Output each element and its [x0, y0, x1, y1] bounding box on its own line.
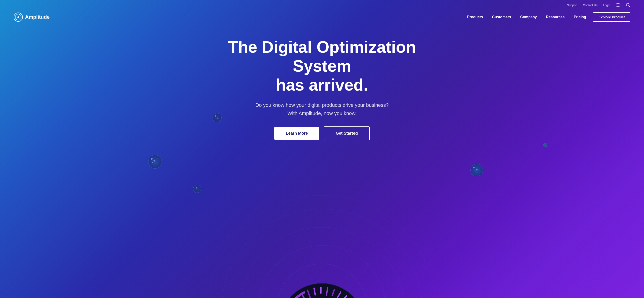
svg-rect-19 [331, 289, 335, 296]
page-wrapper: Support Contact Us Login [0, 0, 644, 298]
nav-item-resources[interactable]: Resources [546, 15, 565, 19]
svg-point-3 [222, 209, 422, 298]
hero-title: The Digital Optimization System has arri… [220, 38, 424, 94]
svg-point-5 [279, 283, 365, 298]
logo-icon: A [14, 13, 23, 22]
search-icon[interactable] [626, 3, 630, 7]
explore-product-button[interactable]: Explore Product [593, 12, 630, 22]
svg-rect-15 [307, 289, 311, 298]
support-link[interactable]: Support [567, 4, 578, 7]
floating-dot-4 [470, 164, 483, 176]
contact-us-link[interactable]: Contact Us [583, 4, 598, 7]
header: Support Contact Us Login [0, 0, 644, 24]
learn-more-button[interactable]: Learn More [274, 127, 319, 140]
svg-rect-14 [300, 292, 305, 298]
nav-item-products[interactable]: Products [467, 15, 483, 19]
main-nav: A Amplitude Products Customers Company R… [0, 10, 644, 24]
svg-text:A: A [17, 15, 20, 19]
svg-point-0 [276, 264, 368, 298]
background-arcs [208, 150, 436, 298]
nav-item-customers[interactable]: Customers [492, 15, 511, 19]
hero-subtitle: Do you know how your digital products dr… [242, 101, 402, 117]
nav-item-pricing[interactable]: Pricing [574, 15, 586, 19]
svg-rect-17 [320, 287, 322, 294]
top-utility-bar: Support Contact Us Login [0, 0, 644, 10]
svg-rect-20 [336, 291, 342, 298]
brand-name: Amplitude [25, 14, 50, 20]
login-link[interactable]: Login [603, 4, 610, 7]
hero-buttons: Learn More Get Started [4, 126, 640, 140]
svg-point-1 [258, 245, 386, 298]
svg-rect-13 [295, 296, 302, 298]
svg-rect-18 [326, 287, 328, 296]
svg-point-4 [208, 195, 436, 298]
get-started-button[interactable]: Get Started [324, 126, 370, 140]
svg-rect-16 [313, 287, 316, 296]
svg-point-2 [240, 227, 404, 298]
logo[interactable]: A Amplitude [14, 13, 50, 22]
svg-rect-21 [340, 295, 347, 298]
hero-section: The Digital Optimization System has arri… [0, 24, 644, 149]
bottom-wheel [279, 267, 365, 298]
floating-dot-3 [193, 185, 201, 193]
globe-icon[interactable] [616, 3, 620, 7]
nav-item-company[interactable]: Company [520, 15, 537, 19]
floating-dot-1 [148, 155, 162, 169]
nav-links: Products Customers Company Resources Pri… [467, 15, 586, 19]
svg-line-32 [629, 6, 630, 7]
